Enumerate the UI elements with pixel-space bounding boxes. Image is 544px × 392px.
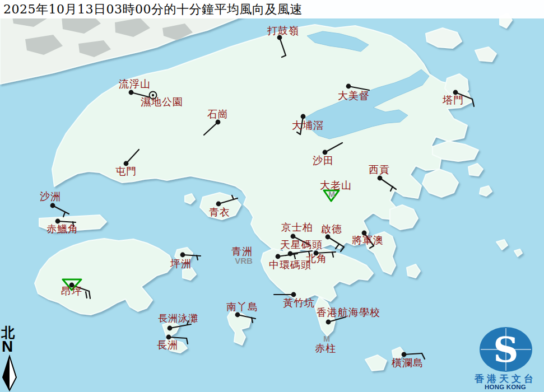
compass-north-en: N xyxy=(2,339,24,353)
station-dot xyxy=(362,231,367,236)
station-dot xyxy=(326,320,331,325)
wind-barb xyxy=(73,222,73,226)
hko-logo: 香港天文台 HONG KONG OBSERVATORY xyxy=(467,325,544,392)
map-title: 2025年10月13日03時00分的十分鐘平均風向及風速 xyxy=(3,1,303,18)
station-dot xyxy=(323,150,328,155)
station-dot xyxy=(346,84,351,89)
station-dot xyxy=(326,235,331,240)
station-dot xyxy=(216,120,221,125)
station-dot xyxy=(453,90,458,95)
station-dot xyxy=(291,234,296,239)
calm-symbol-dot xyxy=(152,94,154,96)
station-dot xyxy=(129,90,134,95)
logo-name-zh: 香港天文台 xyxy=(467,374,544,384)
station-note: M xyxy=(328,190,335,199)
station-dot xyxy=(69,283,75,288)
station-dot xyxy=(276,254,281,259)
station-dot xyxy=(168,326,173,331)
station-note: VRB xyxy=(235,256,253,265)
base-map: MVRBM S xyxy=(0,0,544,392)
wind-map-screenshot: MVRBM S 2025年10月13日03時00分的十分鐘平均風向及風速 打鼓嶺… xyxy=(0,0,544,392)
station-dot xyxy=(277,35,282,40)
station-dot xyxy=(55,219,61,224)
station-dot xyxy=(378,176,383,181)
station-dot xyxy=(301,114,306,119)
title-bar: 2025年10月13日03時00分的十分鐘平均風向及風速 xyxy=(0,0,544,18)
station-note: M xyxy=(323,334,330,343)
station-dot xyxy=(50,203,55,208)
station-dot xyxy=(166,335,171,340)
station-dot xyxy=(124,161,129,166)
station-dot xyxy=(235,312,240,318)
logo-name-en: HONG KONG OBSERVATORY xyxy=(467,384,544,392)
station-dot xyxy=(314,251,319,256)
station-dot xyxy=(291,292,296,297)
station-dot xyxy=(216,202,221,207)
compass: 北 N xyxy=(1,326,24,353)
station-dot xyxy=(180,253,185,258)
station-dot xyxy=(402,352,407,357)
logo-spacer xyxy=(467,325,544,373)
